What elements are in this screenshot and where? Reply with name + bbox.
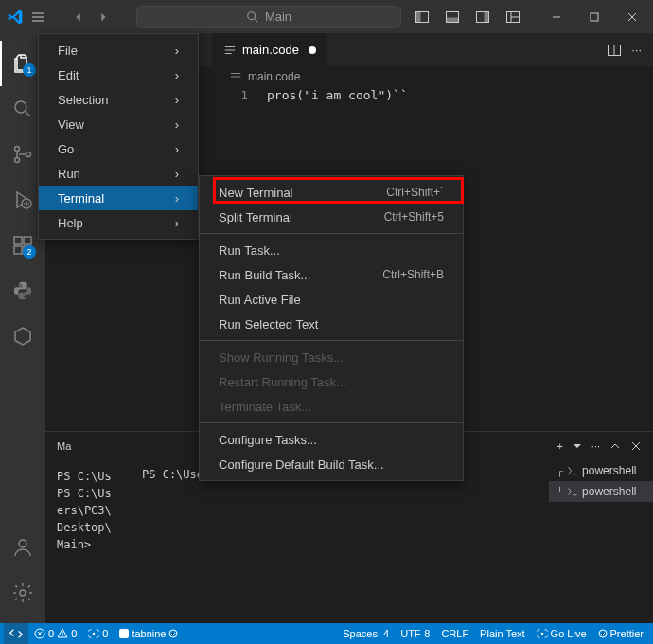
panel-maximize-icon[interactable] bbox=[609, 440, 621, 452]
toggle-sidebar-icon[interactable] bbox=[409, 4, 435, 30]
submenu-run-task[interactable]: Run Task... bbox=[200, 238, 463, 262]
submenu-terminate-task: Terminate Task... bbox=[200, 394, 463, 419]
line-number: 1 bbox=[229, 87, 267, 104]
menu-view[interactable]: View› bbox=[39, 112, 198, 136]
svg-rect-15 bbox=[14, 246, 22, 254]
svg-rect-2 bbox=[416, 11, 421, 22]
status-tabnine[interactable]: tabnine bbox=[114, 628, 184, 639]
panel-more-icon[interactable]: ··· bbox=[591, 440, 600, 452]
dirty-indicator-icon bbox=[309, 46, 316, 54]
svg-point-22 bbox=[93, 633, 96, 635]
activity-account[interactable] bbox=[0, 525, 45, 570]
status-ports[interactable]: 0 bbox=[82, 628, 114, 639]
nav-back-icon[interactable] bbox=[72, 10, 85, 24]
nav-forward-icon[interactable] bbox=[97, 10, 110, 24]
panel-close-icon[interactable] bbox=[630, 440, 642, 452]
status-errors[interactable]: 0 0 bbox=[28, 628, 82, 639]
editor-more-icon[interactable]: ··· bbox=[631, 43, 642, 58]
terminal-pane-left[interactable]: PS C:\Us PS C:\Us ers\PC3\ Desktop\ Main… bbox=[45, 460, 131, 561]
submenu-run-selected-text[interactable]: Run Selected Text bbox=[200, 312, 463, 336]
menu-selection[interactable]: Selection› bbox=[39, 87, 198, 112]
maximize-button[interactable] bbox=[575, 0, 613, 33]
svg-point-0 bbox=[248, 11, 256, 19]
menu-separator bbox=[200, 233, 463, 234]
svg-point-10 bbox=[15, 147, 20, 152]
remote-indicator[interactable] bbox=[4, 623, 28, 644]
menu-go[interactable]: Go› bbox=[39, 136, 198, 161]
customize-layout-icon[interactable] bbox=[500, 4, 526, 30]
terminal-tab[interactable]: └ powershell bbox=[549, 481, 653, 502]
status-encoding[interactable]: UTF-8 bbox=[395, 628, 435, 639]
status-language[interactable]: Plain Text bbox=[474, 628, 531, 639]
terminal-tabs: ┌ powershell └ powershell bbox=[549, 460, 653, 502]
minimize-button[interactable] bbox=[538, 0, 575, 33]
split-editor-icon[interactable] bbox=[607, 43, 622, 58]
svg-point-18 bbox=[19, 540, 26, 547]
menu-file[interactable]: File› bbox=[39, 38, 198, 63]
svg-point-19 bbox=[20, 590, 26, 596]
submenu-run-build-task[interactable]: Run Build Task...Ctrl+Shift+B bbox=[200, 262, 463, 287]
svg-point-11 bbox=[15, 158, 20, 163]
menu-edit[interactable]: Edit› bbox=[39, 63, 198, 87]
terminal-submenu: New TerminalCtrl+Shift+` Split TerminalC… bbox=[199, 175, 464, 481]
command-center[interactable]: Main bbox=[136, 6, 401, 28]
status-eol[interactable]: CRLF bbox=[435, 628, 474, 639]
activity-hexagon[interactable] bbox=[0, 313, 45, 359]
menu-separator bbox=[200, 422, 463, 423]
menu-help[interactable]: Help› bbox=[39, 210, 198, 235]
toggle-panel-icon[interactable] bbox=[439, 4, 466, 30]
menu-terminal[interactable]: Terminal› bbox=[39, 186, 198, 210]
breadcrumb-text: main.code bbox=[248, 70, 300, 83]
menu-run[interactable]: Run› bbox=[39, 161, 198, 186]
title-bar: Main bbox=[0, 0, 653, 33]
svg-rect-17 bbox=[24, 237, 31, 244]
submenu-restart-running-task: Restart Running Task... bbox=[200, 369, 463, 394]
status-bar: 0 0 0 tabnine Spaces: 4 UTF-8 CRLF Plain… bbox=[0, 623, 653, 644]
explorer-badge: 1 bbox=[23, 63, 36, 77]
activity-settings[interactable] bbox=[0, 570, 45, 616]
extensions-badge: 2 bbox=[23, 245, 36, 259]
submenu-run-active-file[interactable]: Run Active File bbox=[200, 287, 463, 312]
submenu-configure-default-build[interactable]: Configure Default Build Task... bbox=[200, 452, 463, 476]
status-spaces[interactable]: Spaces: 4 bbox=[337, 628, 395, 639]
close-button[interactable] bbox=[613, 0, 651, 33]
svg-rect-8 bbox=[591, 13, 598, 21]
svg-rect-14 bbox=[14, 237, 22, 244]
new-terminal-icon[interactable]: + bbox=[556, 440, 562, 452]
tab-label: main.code bbox=[242, 43, 299, 57]
svg-rect-6 bbox=[485, 11, 489, 22]
svg-rect-4 bbox=[447, 17, 459, 22]
toggle-secondary-icon[interactable] bbox=[469, 4, 496, 30]
submenu-show-running-tasks: Show Running Tasks... bbox=[200, 345, 463, 369]
activity-python[interactable] bbox=[0, 268, 45, 313]
editor-tab[interactable]: main.code bbox=[212, 33, 327, 66]
menu-separator bbox=[200, 340, 463, 341]
truncated-panel-tab[interactable]: Ma bbox=[57, 440, 71, 452]
status-prettier[interactable]: Prettier bbox=[592, 628, 649, 639]
submenu-split-terminal[interactable]: Split TerminalCtrl+Shift+5 bbox=[200, 205, 463, 229]
menu-button[interactable] bbox=[30, 4, 45, 30]
submenu-new-terminal[interactable]: New TerminalCtrl+Shift+` bbox=[200, 180, 463, 205]
command-center-text: Main bbox=[265, 9, 291, 24]
submenu-configure-tasks[interactable]: Configure Tasks... bbox=[200, 427, 463, 452]
vscode-logo-icon bbox=[8, 9, 23, 26]
terminal-dropdown-icon[interactable] bbox=[573, 441, 582, 451]
status-golive[interactable]: Go Live bbox=[531, 628, 592, 639]
svg-point-24 bbox=[540, 633, 543, 635]
terminal-tab[interactable]: ┌ powershell bbox=[549, 460, 653, 481]
svg-point-9 bbox=[15, 101, 26, 113]
svg-point-12 bbox=[26, 152, 31, 157]
code-content: pros("i am cool")`` bbox=[267, 87, 408, 104]
main-menu: File› Edit› Selection› View› Go› Run› Te… bbox=[38, 33, 199, 240]
